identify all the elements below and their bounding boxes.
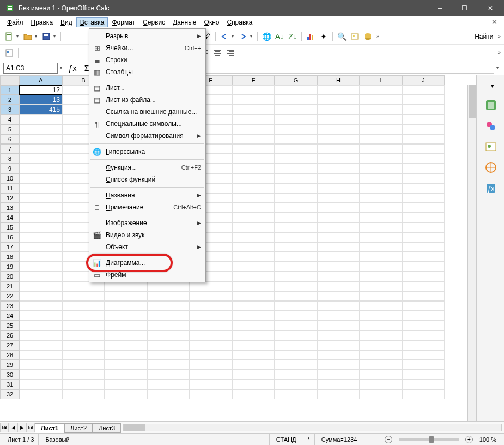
cell[interactable]	[402, 232, 445, 242]
row-header[interactable]: 4	[0, 115, 20, 124]
cell[interactable]	[360, 105, 402, 115]
cell[interactable]	[402, 291, 445, 301]
cell[interactable]	[402, 311, 445, 321]
cell[interactable]	[20, 252, 62, 262]
cell[interactable]	[275, 281, 317, 291]
cell[interactable]	[275, 134, 317, 144]
cell[interactable]	[20, 144, 62, 154]
row-header[interactable]: 24	[0, 311, 20, 321]
cell[interactable]	[402, 281, 445, 291]
cell[interactable]	[275, 173, 317, 183]
cell[interactable]	[147, 301, 190, 311]
cell[interactable]	[232, 301, 275, 311]
cell[interactable]	[360, 291, 402, 301]
cell[interactable]	[360, 242, 402, 252]
cell[interactable]	[402, 389, 445, 399]
cell[interactable]	[402, 380, 445, 389]
menu-item-гиперссылка[interactable]: 🌐Гиперссылка	[89, 146, 205, 158]
cell[interactable]	[275, 105, 317, 115]
minimize-button[interactable]: ─	[428, 0, 452, 16]
cell[interactable]	[20, 301, 62, 311]
cell[interactable]	[360, 193, 402, 203]
menu-item-ячейки[interactable]: ⊞Ячейки...Ctrl++	[89, 42, 205, 54]
cell[interactable]	[62, 389, 105, 399]
dropdown-icon[interactable]: ▾	[16, 34, 21, 39]
cell[interactable]	[402, 95, 445, 105]
row-header[interactable]: 27	[0, 340, 20, 350]
cell[interactable]	[317, 222, 360, 232]
status-sum[interactable]: Сумма=1234	[317, 434, 382, 445]
maximize-button[interactable]: ☐	[452, 0, 477, 16]
cell[interactable]	[275, 380, 317, 389]
cell[interactable]	[360, 164, 402, 173]
cell[interactable]	[275, 321, 317, 330]
cell[interactable]	[232, 252, 275, 262]
styles-icon[interactable]	[3, 47, 15, 59]
cell[interactable]	[20, 232, 62, 242]
cell[interactable]	[232, 134, 275, 144]
cell[interactable]	[105, 311, 147, 321]
cell[interactable]	[402, 272, 445, 281]
menu-item-объект[interactable]: Объект▶	[89, 241, 205, 253]
cell[interactable]	[360, 321, 402, 330]
cell[interactable]	[275, 232, 317, 242]
sidebar-settings-icon[interactable]: ≡▾	[485, 80, 497, 92]
close-document-button[interactable]: ✕	[488, 18, 501, 26]
cell[interactable]	[275, 193, 317, 203]
cell[interactable]	[402, 262, 445, 272]
cell[interactable]	[147, 311, 190, 321]
cell[interactable]	[232, 389, 275, 399]
menu-файл[interactable]: Файл	[3, 17, 27, 27]
cell[interactable]	[360, 115, 402, 124]
cell[interactable]	[190, 291, 232, 301]
cell[interactable]	[232, 272, 275, 281]
cell[interactable]	[360, 124, 402, 134]
row-header[interactable]: 14	[0, 213, 20, 222]
cell[interactable]	[20, 370, 62, 380]
row-header[interactable]: 15	[0, 222, 20, 232]
dropdown-icon[interactable]: ▾	[232, 34, 236, 39]
menu-окно[interactable]: Окно	[201, 17, 223, 27]
cell[interactable]	[20, 350, 62, 360]
cell[interactable]	[317, 340, 360, 350]
cell[interactable]	[360, 232, 402, 242]
cell[interactable]	[275, 124, 317, 134]
cell[interactable]	[232, 154, 275, 164]
cell[interactable]	[317, 134, 360, 144]
cell[interactable]	[317, 242, 360, 252]
menu-item-примечание[interactable]: 🗒ПримечаниеCtrl+Alt+C	[89, 201, 205, 213]
cell[interactable]	[147, 350, 190, 360]
row-header[interactable]: 3	[0, 105, 20, 115]
column-header[interactable]: I	[360, 75, 402, 85]
cell[interactable]	[20, 291, 62, 301]
cell[interactable]	[190, 360, 232, 370]
cell[interactable]	[62, 291, 105, 301]
cell[interactable]	[147, 389, 190, 399]
cell[interactable]	[62, 321, 105, 330]
new-document-icon[interactable]	[3, 31, 15, 43]
menu-данные[interactable]: Данные	[169, 17, 200, 27]
cell[interactable]	[147, 380, 190, 389]
column-header[interactable]: G	[275, 75, 317, 85]
cell[interactable]	[402, 164, 445, 173]
horizontal-scrollbar[interactable]	[123, 424, 502, 431]
cell[interactable]	[360, 252, 402, 262]
cell[interactable]: 13	[20, 95, 62, 105]
cell[interactable]	[275, 301, 317, 311]
sheet-tab[interactable]: Лист2	[64, 423, 93, 433]
menu-вставка[interactable]: Вставка	[76, 17, 108, 27]
cell[interactable]	[317, 105, 360, 115]
cell[interactable]	[360, 134, 402, 144]
cell[interactable]	[402, 370, 445, 380]
row-header[interactable]: 22	[0, 291, 20, 301]
row-header[interactable]: 8	[0, 154, 20, 164]
cell[interactable]	[147, 370, 190, 380]
cell[interactable]	[275, 252, 317, 262]
cell[interactable]	[105, 281, 147, 291]
cell[interactable]	[147, 321, 190, 330]
row-header[interactable]: 21	[0, 281, 20, 291]
row-header[interactable]: 20	[0, 272, 20, 281]
cell[interactable]	[402, 252, 445, 262]
cell[interactable]	[317, 252, 360, 262]
cell[interactable]	[360, 203, 402, 213]
